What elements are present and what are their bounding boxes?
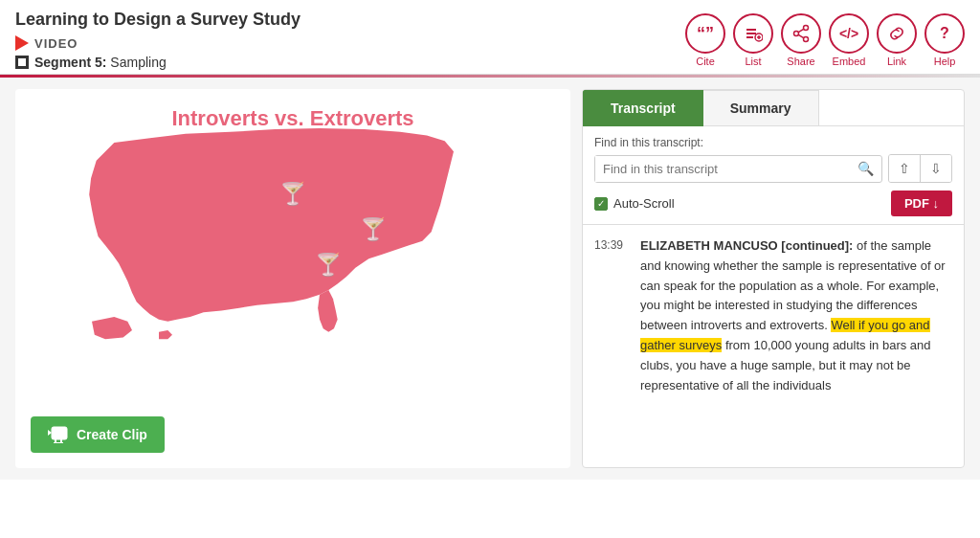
toolbar-link[interactable]: Link [877,13,917,67]
video-panel: Introverts vs. Extroverts 🍸 🍸 🍸 [15,89,570,468]
search-input[interactable] [595,156,850,182]
nav-buttons: ⇧ ⇩ [888,154,952,183]
toolbar: “” Cite List [685,13,965,67]
clip-icon [48,426,69,443]
timestamp: 13:39 [594,236,629,395]
transcript-text: ELIZABETH MANCUSO [continued]: of the sa… [640,236,952,395]
header: Learning to Design a Survey Study VIDEO … [0,0,980,75]
tabs: Transcript Summary [583,90,964,126]
list-icon [733,13,773,54]
auto-scroll-checkbox[interactable]: ✓ [594,197,608,211]
transcript-search: Find in this transcript: 🔍 ⇧ ⇩ ✓ Auto-Sc… [583,126,964,224]
video-label: VIDEO [34,36,78,51]
martini-2: 🍸 [360,216,387,242]
martini-3: 🍸 [315,252,342,278]
svg-rect-1 [746,33,756,34]
pdf-button[interactable]: PDF ↓ [891,191,952,216]
help-icon: ? [924,13,965,54]
share-label: Share [787,56,814,67]
toolbar-cite[interactable]: “” Cite [685,13,725,67]
nav-down-button[interactable]: ⇩ [921,155,951,182]
transcript-panel: Transcript Summary Find in this transcri… [582,89,965,468]
svg-rect-0 [746,29,756,31]
segment-text: Segment 5: Sampling [34,55,167,70]
cite-icon: “” [685,13,725,54]
play-icon [15,35,29,51]
svg-point-8 [794,32,799,36]
cite-label: Cite [696,56,715,67]
link-label: Link [887,56,906,67]
svg-line-9 [798,29,803,32]
tab-transcript[interactable]: Transcript [583,90,703,126]
toolbar-embed[interactable]: </> Embed [829,13,869,67]
search-label: Find in this transcript: [594,136,952,149]
svg-point-7 [804,37,809,42]
toolbar-help[interactable]: ? Help [924,13,965,67]
transcript-entry: 13:39 ELIZABETH MANCUSO [continued]: of … [594,236,952,395]
tab-summary[interactable]: Summary [703,90,819,126]
svg-rect-11 [52,427,67,439]
options-row: ✓ Auto-Scroll PDF ↓ [594,191,952,216]
svg-line-10 [798,34,803,37]
segment-name: Sampling [110,55,166,70]
svg-point-6 [804,26,809,31]
martini-1: 🍸 [279,181,306,207]
svg-rect-13 [55,438,56,442]
transcript-content[interactable]: 13:39 ELIZABETH MANCUSO [continued]: of … [583,224,964,467]
segment-label: Segment 5: [34,55,106,70]
segment-icon [15,56,29,69]
toolbar-share[interactable]: Share [781,13,821,67]
auto-scroll-option: ✓ Auto-Scroll [594,196,675,211]
nav-up-button[interactable]: ⇧ [889,155,921,182]
embed-icon: </> [829,13,869,54]
help-label: Help [934,56,956,67]
auto-scroll-label: Auto-Scroll [613,196,675,211]
svg-rect-14 [60,438,62,442]
search-icon: 🔍 [850,161,881,176]
svg-rect-15 [54,442,63,443]
svg-marker-12 [48,430,52,436]
create-clip-label: Create Clip [77,427,147,442]
link-icon [877,13,917,54]
main-content: Introverts vs. Extroverts 🍸 🍸 🍸 [0,78,980,480]
toolbar-list[interactable]: List [733,13,773,67]
list-label: List [745,56,761,67]
share-icon [781,13,821,54]
create-clip-button[interactable]: Create Clip [31,416,165,453]
speaker: ELIZABETH MANCUSO [continued]: [640,238,853,253]
search-row: 🔍 ⇧ ⇩ [594,154,952,183]
embed-label: Embed [833,56,866,67]
map-container: Introverts vs. Extroverts 🍸 🍸 🍸 [15,89,570,468]
map-title: Introverts vs. Extroverts [171,106,413,131]
search-input-wrap: 🔍 [594,155,882,183]
svg-rect-2 [746,36,753,38]
